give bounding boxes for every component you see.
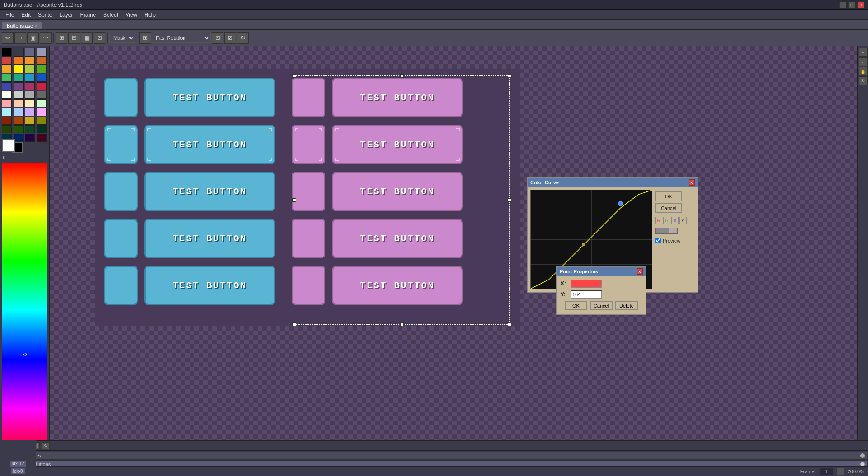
color-swatch[interactable] [2, 74, 12, 82]
color-swatch[interactable] [2, 99, 12, 107]
pink-text-4[interactable]: TEST BUTTON [332, 219, 463, 258]
color-curve-close[interactable]: × [689, 179, 695, 186]
color-gradient[interactable] [2, 163, 47, 458]
eye-btn[interactable]: 👁 [859, 76, 868, 85]
color-swatch[interactable] [14, 82, 24, 90]
foreground-color[interactable] [2, 139, 15, 152]
menu-view[interactable]: View [122, 11, 141, 19]
pink-icon-1[interactable] [292, 78, 326, 117]
pink-text-5[interactable]: TEST BUTTON [332, 266, 463, 305]
color-swatch[interactable] [14, 117, 24, 125]
blue-icon-1[interactable] [104, 78, 138, 117]
opacity-slider[interactable] [655, 228, 678, 234]
pink-icon-3[interactable] [292, 172, 326, 211]
point-props-close[interactable]: × [637, 268, 643, 275]
grid-large-btn[interactable]: ▦ [81, 32, 93, 44]
color-swatch[interactable] [37, 91, 47, 99]
color-swatch[interactable] [2, 117, 12, 125]
pink-text-1[interactable]: TEST BUTTON [332, 78, 463, 117]
color-swatch[interactable] [2, 125, 12, 133]
color-swatch[interactable] [14, 65, 24, 73]
blue-text-1[interactable]: TEST BUTTON [144, 78, 275, 117]
color-swatch[interactable] [14, 48, 24, 56]
color-swatch[interactable] [2, 48, 12, 56]
blue-text-3[interactable]: TEST BUTTON [144, 172, 275, 211]
color-swatch[interactable] [2, 56, 12, 65]
channel-r-btn[interactable]: R [655, 217, 662, 224]
sel-handle-tr[interactable] [508, 74, 511, 78]
rotation-mode-select[interactable]: Fast Rotation RotSprite [152, 33, 211, 43]
idx-0-pill[interactable]: Idx-0 [11, 468, 24, 474]
menu-frame[interactable]: Frame [76, 11, 99, 19]
rect-tool-btn[interactable]: ▣ [27, 32, 39, 44]
point-props-titlebar[interactable]: Point Properties × [557, 267, 646, 276]
color-swatch[interactable] [25, 56, 35, 65]
tl-loop-btn[interactable]: ↻ [42, 442, 50, 449]
menu-file[interactable]: File [2, 11, 18, 19]
color-swatch[interactable] [14, 108, 24, 116]
color-swatch[interactable] [37, 82, 47, 90]
color-swatch[interactable] [25, 82, 35, 90]
color-swatch[interactable] [2, 65, 12, 73]
color-swatch[interactable] [37, 117, 47, 125]
color-swatch[interactable] [14, 125, 24, 133]
frame-input[interactable] [820, 468, 833, 475]
color-swatch[interactable] [2, 108, 12, 116]
color-swatch[interactable] [2, 91, 12, 99]
pink-icon-5[interactable] [292, 266, 326, 305]
flip-h-btn[interactable]: ⊡ [212, 32, 223, 44]
pink-text-2[interactable]: TEST BUTTON [332, 125, 463, 164]
pause-icon[interactable]: ⏸ [2, 155, 6, 160]
color-swatch[interactable] [37, 56, 47, 65]
pink-text-3[interactable]: TEST BUTTON [332, 172, 463, 211]
color-swatch[interactable] [37, 65, 47, 73]
tab-close-icon[interactable]: × [35, 23, 38, 28]
sel-handle-bl[interactable] [292, 322, 296, 326]
layer-text[interactable]: 🔒 Text [1, 452, 867, 460]
blue-icon-5[interactable] [104, 266, 138, 305]
blue-text-4[interactable]: TEST BUTTON [144, 219, 275, 258]
mask-select[interactable]: Mask [109, 33, 135, 43]
rotate-btn[interactable]: ↻ [237, 32, 249, 44]
zoom-in-btn[interactable]: + [859, 48, 868, 57]
color-swatch[interactable] [14, 99, 24, 107]
hand-tool-btn[interactable]: ✋ [859, 67, 868, 76]
menu-select[interactable]: Select [99, 11, 122, 19]
preview-checkbox[interactable] [655, 238, 661, 243]
select-all-btn[interactable]: ⊡ [94, 32, 105, 44]
frame-plus-btn[interactable]: + [837, 468, 844, 475]
flip-v-btn[interactable]: ⊠ [224, 32, 236, 44]
color-swatch[interactable] [14, 74, 24, 82]
color-curve-ok-btn[interactable]: OK [655, 191, 682, 201]
curve-control-point[interactable] [582, 243, 585, 246]
menu-layer[interactable]: Layer [56, 11, 76, 19]
maximize-btn[interactable]: □ [848, 2, 855, 8]
blue-icon-3[interactable] [104, 172, 138, 211]
sel-handle-tl[interactable] [292, 74, 296, 78]
minimize-btn[interactable]: _ [839, 2, 846, 8]
layer-text-keyframe[interactable] [860, 453, 865, 458]
pencil-tool-btn[interactable]: ✏ [2, 32, 14, 44]
color-swatch[interactable] [14, 56, 24, 65]
blue-icon-2[interactable] [104, 125, 138, 164]
color-curve-titlebar[interactable]: Color Curve × [528, 178, 698, 187]
grid-btn[interactable]: ⊞ [139, 32, 151, 44]
sel-handle-mr[interactable] [508, 198, 511, 202]
pink-icon-4[interactable] [292, 219, 326, 258]
color-swatch[interactable] [37, 108, 47, 116]
color-swatch[interactable] [25, 65, 35, 73]
color-swatch[interactable] [37, 125, 47, 133]
sel-handle-br[interactable] [508, 322, 511, 326]
menu-sprite[interactable]: Sprite [34, 11, 56, 19]
blue-text-5[interactable]: TEST BUTTON [144, 266, 275, 305]
color-swatch[interactable] [25, 108, 35, 116]
window-controls[interactable]: _ □ × [839, 2, 864, 8]
color-swatch[interactable] [25, 91, 35, 99]
y-input[interactable] [571, 290, 602, 299]
channel-g-btn[interactable]: G [663, 217, 670, 224]
color-swatch[interactable] [37, 74, 47, 82]
ellipse-tool-btn[interactable]: ⋯ [40, 32, 52, 44]
point-delete-btn[interactable]: Delete [615, 301, 638, 310]
color-swatch[interactable] [2, 82, 12, 90]
x-input[interactable] [571, 280, 602, 288]
